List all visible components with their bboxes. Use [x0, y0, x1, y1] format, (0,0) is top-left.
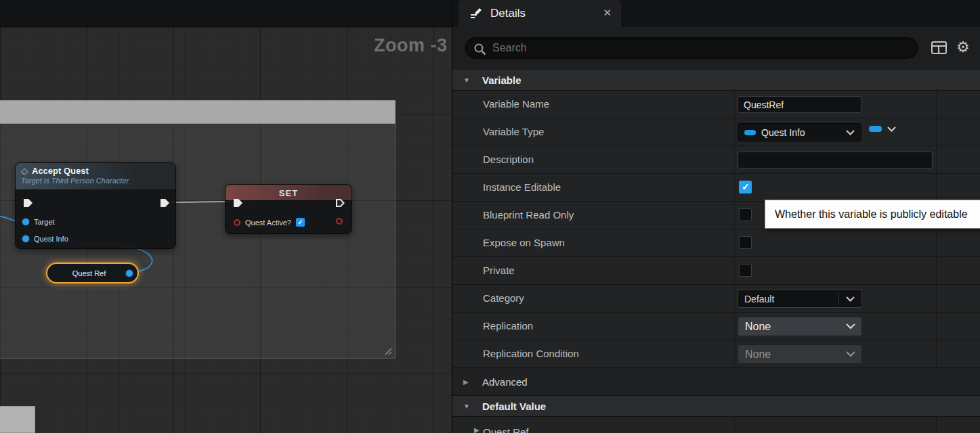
quest-ref-output-pin[interactable] [126, 270, 133, 277]
target-pin[interactable] [22, 219, 29, 225]
quest-active-out-pin[interactable] [336, 218, 343, 225]
target-pin-label: Target [34, 218, 55, 226]
expose-on-spawn-checkbox[interactable] [739, 236, 752, 249]
property-label: Instance Editable [483, 181, 561, 193]
container-type-dropdown[interactable] [869, 126, 902, 132]
tooltip: Whether this variable is publicly editab… [765, 200, 980, 229]
instance-editable-checkbox[interactable] [739, 181, 752, 193]
section-title: Variable [482, 74, 521, 86]
table-view-icon[interactable] [931, 41, 947, 57]
advanced-expander[interactable]: ▶ Advanced [452, 368, 980, 396]
row-default-quest-ref: ▶ Quest Ref [452, 417, 980, 433]
variable-type-dropdown[interactable]: Quest Info [738, 123, 861, 141]
property-label: Variable Name [483, 98, 549, 110]
gear-icon[interactable]: ⚙ [956, 39, 970, 56]
node-set-quest-active[interactable]: SET Quest Active? ✓ [225, 184, 352, 234]
node-accept-quest[interactable]: ◇ Accept Quest Target is Third Person Ch… [15, 162, 176, 249]
variable-type-value: Quest Info [761, 127, 846, 138]
row-replication-condition: Replication Condition None [452, 340, 980, 368]
property-label: Expose on Spawn [483, 237, 565, 248]
search-icon [473, 43, 487, 59]
object-type-pill-icon [744, 130, 756, 135]
property-label: Quest Ref [483, 426, 529, 433]
blueprint-editor: ◇ Accept Quest Target is Third Person Ch… [0, 0, 980, 433]
blueprint-graph-canvas[interactable]: ◇ Accept Quest Target is Third Person Ch… [0, 27, 452, 433]
quest-info-pin[interactable] [22, 235, 29, 242]
row-expose-on-spawn: Expose on Spawn [452, 229, 980, 257]
property-label: Category [483, 292, 524, 304]
close-icon[interactable]: ✕ [603, 7, 612, 19]
property-label: Private [483, 265, 515, 276]
details-tab-bar: Details ✕ [452, 0, 980, 27]
row-variable-type: Variable Type Quest Info [452, 118, 980, 146]
row-category: Category Default [452, 285, 980, 313]
row-private: Private [452, 257, 980, 285]
exec-in-pin[interactable] [24, 199, 33, 207]
details-pencil-icon [469, 5, 482, 22]
property-label: Blueprint Read Only [483, 209, 574, 221]
chevron-expanded-icon: ▼ [463, 403, 473, 410]
chevron-down-icon [838, 293, 855, 305]
replication-value: None [745, 321, 846, 333]
replication-dropdown[interactable]: None [738, 317, 862, 336]
quest-ref-label: Quest Ref [72, 269, 106, 277]
quest-info-pin-label: Quest Info [34, 235, 68, 243]
comment-resize-handle[interactable] [384, 347, 392, 355]
event-diamond-icon: ◇ [21, 166, 28, 176]
property-label: Variable Type [483, 126, 544, 137]
private-checkbox[interactable] [739, 264, 752, 277]
property-label: Replication Condition [483, 348, 579, 359]
category-dropdown[interactable]: Default [738, 290, 862, 308]
quest-active-checkbox[interactable]: ✓ [296, 218, 305, 227]
zoom-indicator: Zoom -3 [374, 35, 448, 56]
comment-node-header[interactable] [0, 100, 396, 124]
chevron-down-icon [846, 351, 855, 357]
quest-active-pin[interactable] [234, 219, 240, 226]
property-label: Replication [483, 320, 533, 332]
replication-condition-dropdown: None [738, 344, 862, 364]
set-node-title: SET [226, 188, 351, 198]
chevron-down-icon [887, 127, 896, 132]
details-panel: Details ✕ ⚙ ▼ Variab [452, 0, 980, 433]
row-replication: Replication None [452, 313, 980, 340]
search-box[interactable] [465, 37, 918, 59]
chevron-collapsed-icon: ▶ [463, 378, 473, 386]
property-label: Description [483, 154, 534, 165]
exec-out-pin[interactable] [161, 199, 169, 207]
property-list: ▼ Variable Variable Name Variable Type Q… [452, 70, 980, 433]
variable-name-input[interactable] [738, 96, 861, 113]
row-instance-editable: Instance Editable [452, 174, 980, 202]
chevron-collapsed-icon: ▶ [474, 426, 484, 433]
node-title: Accept Quest [32, 166, 89, 176]
section-header-variable[interactable]: ▼ Variable [452, 70, 980, 91]
chevron-down-icon [846, 323, 855, 329]
section-title: Default Value [482, 401, 546, 412]
search-row: ⚙ [452, 27, 980, 70]
description-input[interactable] [738, 152, 933, 168]
node-accept-quest-header: ◇ Accept Quest Target is Third Person Ch… [16, 163, 175, 190]
node-quest-ref-variable[interactable]: Quest Ref [46, 263, 139, 283]
row-description: Description [452, 146, 980, 174]
chevron-expanded-icon: ▼ [463, 76, 473, 84]
row-variable-name: Variable Name [452, 91, 980, 118]
container-type-pill-icon [869, 126, 882, 132]
category-value: Default [744, 294, 838, 304]
blueprint-read-only-checkbox[interactable] [739, 208, 752, 221]
node-subtitle: Target is Third Person Character [21, 177, 170, 185]
tab-title: Details [490, 7, 526, 20]
quest-active-pin-label: Quest Active? [245, 219, 291, 227]
tab-details[interactable]: Details ✕ [459, 0, 621, 27]
advanced-label: Advanced [482, 376, 528, 388]
chevron-down-icon [846, 130, 855, 135]
replication-condition-value: None [745, 348, 846, 361]
section-header-default-value[interactable]: ▼ Default Value [452, 396, 980, 417]
comment-node-partial[interactable] [0, 406, 35, 433]
search-input[interactable] [492, 38, 906, 58]
